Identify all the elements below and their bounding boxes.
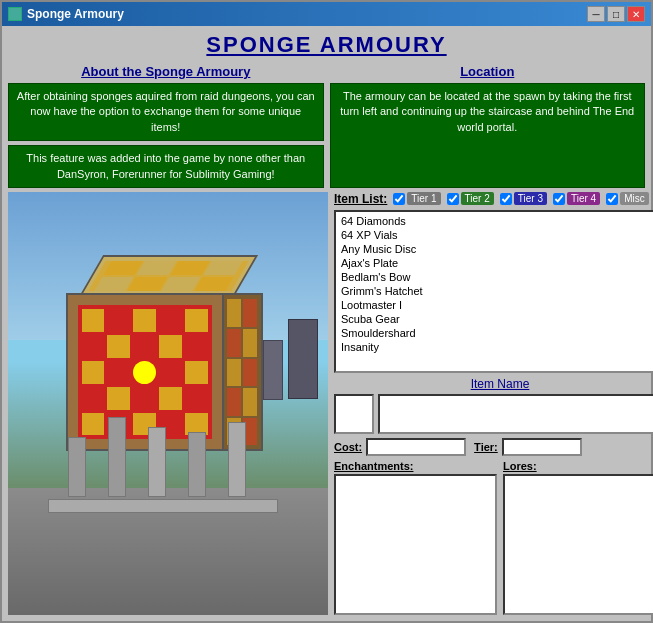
list-item[interactable]: Ajax's Plate	[338, 256, 653, 270]
location-box: The armoury can be located at the spawn …	[330, 83, 646, 188]
list-item[interactable]: Any Music Disc	[338, 242, 653, 256]
list-item[interactable]: Grimm's Hatchet	[338, 284, 653, 298]
item-name-row	[334, 394, 653, 434]
bg-building-1	[288, 319, 318, 399]
item-name-section: Item Name	[334, 377, 653, 434]
misc-checkbox[interactable]	[606, 193, 618, 205]
item-name-label: Item Name	[334, 377, 653, 391]
lores-textarea[interactable]	[503, 474, 653, 615]
location-section: Location The armoury can be located at t…	[330, 64, 646, 188]
minimize-button[interactable]: ─	[587, 6, 605, 22]
about-title: About the Sponge Armoury	[8, 64, 324, 79]
tier4-checkbox-label[interactable]: Tier 4	[553, 192, 600, 205]
about-box1: After obtaining sponges aquired from rai…	[8, 83, 324, 141]
minecraft-image	[8, 192, 328, 615]
item-listbox[interactable]: 64 Diamonds64 XP VialsAny Music DiscAjax…	[334, 210, 653, 373]
tier3-checkbox-label[interactable]: Tier 3	[500, 192, 547, 205]
tier1-checkbox-label[interactable]: Tier 1	[393, 192, 440, 205]
bg-building-2	[263, 340, 283, 400]
tier2-checkbox-label[interactable]: Tier 2	[447, 192, 494, 205]
list-item[interactable]: Bedlam's Bow	[338, 270, 653, 284]
app-icon	[8, 7, 22, 21]
item-icon-box	[334, 394, 374, 434]
enchantments-textarea[interactable]	[334, 474, 497, 615]
list-item[interactable]: Smouldershard	[338, 326, 653, 340]
minecraft-image-section	[8, 192, 328, 615]
window-title: Sponge Armoury	[27, 7, 124, 21]
title-bar-buttons: ─ □ ✕	[587, 6, 645, 22]
list-item[interactable]: Lootmaster I	[338, 298, 653, 312]
list-item[interactable]: Insanity	[338, 340, 653, 354]
tier4-checkbox[interactable]	[553, 193, 565, 205]
app-title: SPONGE ARMOURY	[8, 32, 645, 58]
list-item[interactable]: 64 XP Vials	[338, 228, 653, 242]
pillar-5	[228, 422, 246, 497]
tier-label: Tier:	[474, 441, 498, 453]
tier4-badge: Tier 4	[567, 192, 600, 205]
top-section: About the Sponge Armoury After obtaining…	[8, 64, 645, 188]
close-button[interactable]: ✕	[627, 6, 645, 22]
tier-field-group: Tier:	[474, 438, 582, 456]
enchantments-label: Enchantments:	[334, 460, 497, 472]
pillar-1	[68, 437, 86, 497]
middle-section: Item List: Tier 1 Tier 2 Tier 3	[8, 192, 645, 615]
pillar-4	[188, 432, 206, 497]
item-list-label: Item List:	[334, 192, 387, 206]
item-name-input[interactable]	[378, 394, 653, 434]
tier1-badge: Tier 1	[407, 192, 440, 205]
about-section: About the Sponge Armoury After obtaining…	[8, 64, 324, 188]
tier3-checkbox[interactable]	[500, 193, 512, 205]
list-item[interactable]: 64 Diamonds	[338, 214, 653, 228]
lores-section: Lores:	[503, 460, 653, 615]
pillar-3	[148, 427, 166, 497]
title-bar: Sponge Armoury ─ □ ✕	[2, 2, 651, 26]
maximize-button[interactable]: □	[607, 6, 625, 22]
cost-label: Cost:	[334, 441, 362, 453]
cost-field-group: Cost:	[334, 438, 466, 456]
tier-input[interactable]	[502, 438, 582, 456]
tier2-checkbox[interactable]	[447, 193, 459, 205]
lores-label: Lores:	[503, 460, 653, 472]
enchantments-section: Enchantments:	[334, 460, 497, 615]
right-panel: Item List: Tier 1 Tier 2 Tier 3	[334, 192, 653, 615]
title-bar-left: Sponge Armoury	[8, 7, 124, 21]
platform	[48, 499, 278, 513]
pillar-2	[108, 417, 126, 497]
list-item[interactable]: Scuba Gear	[338, 312, 653, 326]
content-area: SPONGE ARMOURY About the Sponge Armoury …	[2, 26, 651, 621]
ench-lore-row: Enchantments: Lores:	[334, 460, 653, 615]
misc-badge: Misc	[620, 192, 649, 205]
cost-tier-row: Cost: Tier:	[334, 438, 653, 456]
about-box2: This feature was added into the game by …	[8, 145, 324, 188]
item-list-header: Item List: Tier 1 Tier 2 Tier 3	[334, 192, 653, 206]
tier3-badge: Tier 3	[514, 192, 547, 205]
cost-input[interactable]	[366, 438, 466, 456]
main-window: Sponge Armoury ─ □ ✕ SPONGE ARMOURY Abou…	[0, 0, 653, 623]
tier2-badge: Tier 2	[461, 192, 494, 205]
tier1-checkbox[interactable]	[393, 193, 405, 205]
misc-checkbox-label[interactable]: Misc	[606, 192, 649, 205]
location-title: Location	[330, 64, 646, 79]
